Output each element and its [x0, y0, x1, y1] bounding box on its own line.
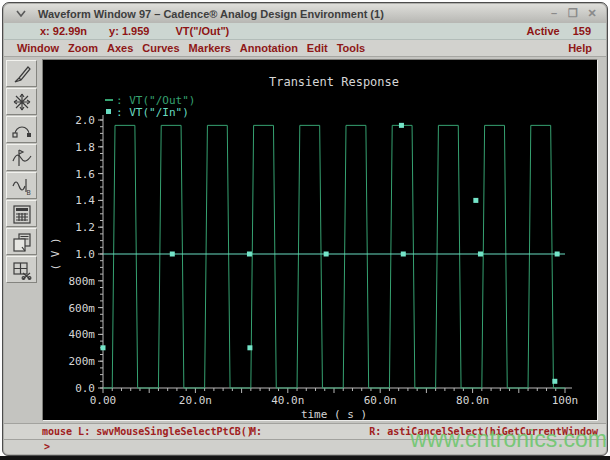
sine-marker-b-button[interactable]: B: [6, 172, 37, 199]
menu-item-tools[interactable]: Tools: [337, 42, 366, 54]
prompt-caret: >: [44, 441, 50, 452]
maximize-button[interactable]: ❒: [567, 8, 579, 20]
minimize-button[interactable]: –: [548, 8, 560, 20]
trace-0[interactable]: [103, 125, 565, 388]
data-point-marker[interactable]: [478, 252, 483, 257]
cursor-y-readout: y: 1.959: [109, 25, 149, 37]
subwindow-scissors-icon: [10, 259, 34, 281]
window-title: Waveform Window 97 – Cadence® Analog Des…: [38, 8, 384, 20]
waveform-window: Waveform Window 97 – Cadence® Analog Des…: [2, 2, 608, 456]
y-tick-label: 400m: [69, 328, 96, 341]
copy-window-button[interactable]: [6, 228, 37, 255]
active-count: 159: [573, 25, 591, 37]
data-point-marker[interactable]: [401, 252, 406, 257]
x-tick-label: 40.0n: [271, 394, 304, 407]
zoom-fit-icon: [10, 91, 34, 113]
trace-arc-icon: [10, 119, 34, 141]
y-tick-label: 1.4: [75, 194, 95, 207]
y-tick-label: 600m: [69, 302, 96, 315]
close-button[interactable]: ✕: [586, 8, 598, 20]
mouse-left-binding: mouse L: swvMouseSingleSelectPtCB(): [42, 426, 253, 437]
selected-trace-readout: VT("/Out"): [175, 25, 229, 37]
y-tick-label: 1.0: [75, 248, 95, 261]
title-bar[interactable]: Waveform Window 97 – Cadence® Analog Des…: [4, 4, 606, 24]
calculator-icon: [10, 203, 34, 225]
probe-pen-icon: [10, 63, 34, 85]
subwindow-scissors-button[interactable]: [6, 256, 37, 283]
y-tick-label: 2.0: [75, 114, 95, 127]
menu-bar: WindowZoomAxesCurvesMarkersAnnotationEdi…: [4, 40, 606, 57]
data-point-marker[interactable]: [324, 252, 329, 257]
mouse-middle-binding: M:: [250, 426, 262, 437]
data-point-marker[interactable]: [247, 252, 252, 257]
trace-arc-button[interactable]: [6, 116, 37, 143]
cursor-x-readout: x: 92.99n: [40, 25, 87, 37]
mouse-bindings-bar: mouse L: swvMouseSingleSelectPtCB() M: R…: [4, 423, 606, 439]
y-tick-label: 1.6: [75, 168, 95, 181]
chart-title: Transient Response: [269, 75, 399, 89]
menu-item-edit[interactable]: Edit: [307, 42, 328, 54]
left-toolbar: B: [6, 60, 40, 284]
window-menu-chevron-icon[interactable]: [12, 10, 30, 17]
legend-label: : VT("/In"): [116, 106, 189, 119]
window-controls: – ❒ ✕: [548, 8, 598, 20]
data-point-marker[interactable]: [473, 198, 478, 203]
y-tick-label: 200m: [69, 355, 96, 368]
zoom-fit-button[interactable]: [6, 88, 37, 115]
menu-item-axes[interactable]: Axes: [107, 42, 133, 54]
probe-pen-button[interactable]: [6, 60, 37, 87]
y-axis-label: ( V ): [49, 237, 62, 270]
x-tick-label: 100n: [552, 394, 579, 407]
screenshot-stage: Waveform Window 97 – Cadence® Analog Des…: [0, 0, 610, 460]
vertical-marker-button[interactable]: [6, 144, 37, 171]
menu-item-annotation[interactable]: Annotation: [240, 42, 298, 54]
x-tick-label: 0.00: [90, 394, 117, 407]
data-point-marker[interactable]: [555, 252, 560, 257]
data-point-marker[interactable]: [170, 252, 175, 257]
data-point-marker[interactable]: [247, 345, 252, 350]
data-point-marker[interactable]: [101, 345, 106, 350]
y-tick-label: 1.2: [75, 221, 95, 234]
data-point-marker[interactable]: [552, 379, 557, 384]
x-tick-label: 20.0n: [179, 394, 212, 407]
legend-square-marker: [106, 109, 111, 114]
vertical-marker-icon: [10, 147, 34, 169]
coordinate-status-row: x: 92.99n y: 1.959 VT("/Out") Active 159: [4, 23, 606, 40]
mouse-right-binding: R: astiCancelSelect(hiGetCurrentWindow: [369, 426, 598, 437]
plot-canvas[interactable]: Transient Response2.01.81.61.41.21.0800m…: [42, 59, 598, 421]
bottom-edge: [0, 456, 610, 460]
calculator-button[interactable]: [6, 200, 37, 227]
menu-item-markers[interactable]: Markers: [189, 42, 231, 54]
copy-window-icon: [10, 231, 34, 253]
x-tick-label: 60.0n: [364, 394, 397, 407]
menu-item-help[interactable]: Help: [568, 42, 592, 54]
menu-item-window[interactable]: Window: [17, 42, 59, 54]
waveform-plot[interactable]: Transient Response2.01.81.61.41.21.0800m…: [43, 60, 600, 421]
menu-item-zoom[interactable]: Zoom: [68, 42, 98, 54]
x-tick-label: 80.0n: [456, 394, 489, 407]
main-area: B Transient Response2.01.81.61.41.21.080…: [4, 57, 606, 424]
sine-marker-b-icon: B: [10, 175, 34, 197]
y-tick-label: 800m: [69, 275, 96, 288]
svg-text:B: B: [26, 189, 30, 197]
active-label: Active: [527, 25, 560, 37]
x-axis-label: time ( s ): [301, 408, 367, 421]
menu-item-curves[interactable]: Curves: [142, 42, 179, 54]
y-tick-label: 1.8: [75, 141, 95, 154]
command-prompt-bar[interactable]: >: [4, 439, 606, 454]
data-point-marker[interactable]: [399, 123, 404, 128]
